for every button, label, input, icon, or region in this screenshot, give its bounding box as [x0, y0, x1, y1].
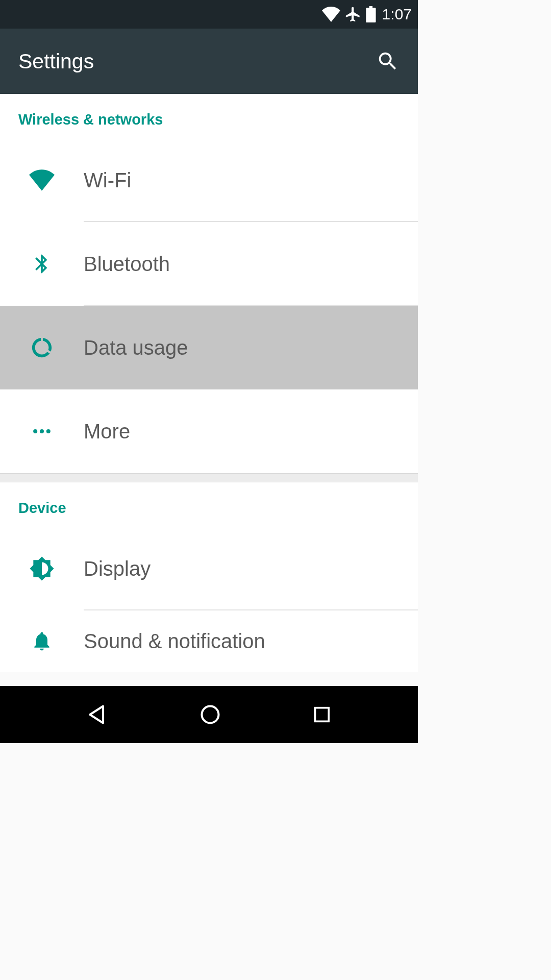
- recent-square-icon: [312, 704, 332, 725]
- airplane-mode-icon: [344, 6, 362, 23]
- settings-item-label: Data usage: [84, 336, 188, 359]
- nav-back-button[interactable]: [86, 703, 109, 726]
- wifi-icon: [0, 169, 84, 191]
- svg-point-1: [40, 429, 44, 433]
- bluetooth-icon: [0, 253, 84, 275]
- search-icon: [376, 50, 399, 73]
- page-title: Settings: [18, 50, 94, 74]
- bell-icon: [0, 630, 84, 652]
- settings-item-label: Bluetooth: [84, 253, 170, 276]
- data-usage-icon: [0, 336, 84, 359]
- brightness-icon: [0, 556, 84, 581]
- home-circle-icon: [199, 703, 221, 726]
- section-header-device: Device: [0, 482, 418, 527]
- svg-point-3: [202, 706, 218, 723]
- settings-item-label: Wi-Fi: [84, 169, 131, 192]
- navigation-bar: [0, 686, 418, 743]
- back-triangle-icon: [86, 703, 109, 726]
- settings-item-sound[interactable]: Sound & notification: [0, 610, 418, 672]
- settings-list[interactable]: Wireless & networks Wi-Fi Bluetooth Data…: [0, 94, 418, 672]
- settings-item-data-usage[interactable]: Data usage: [0, 306, 418, 389]
- settings-item-label: Sound & notification: [84, 630, 265, 653]
- nav-home-button[interactable]: [199, 703, 221, 726]
- settings-item-wifi[interactable]: Wi-Fi: [0, 138, 418, 222]
- more-horizontal-icon: [0, 420, 84, 443]
- wifi-status-icon: [322, 7, 340, 22]
- svg-rect-4: [315, 708, 329, 722]
- settings-item-label: More: [84, 420, 130, 443]
- svg-point-2: [46, 429, 51, 433]
- settings-item-more[interactable]: More: [0, 389, 418, 473]
- settings-item-display[interactable]: Display: [0, 527, 418, 610]
- app-bar: Settings: [0, 29, 418, 94]
- search-button[interactable]: [376, 50, 399, 73]
- section-divider: [0, 473, 418, 482]
- status-bar: 1:07: [0, 0, 418, 29]
- battery-icon: [366, 6, 376, 22]
- section-header-wireless: Wireless & networks: [0, 94, 418, 138]
- settings-item-label: Display: [84, 557, 151, 580]
- settings-item-bluetooth[interactable]: Bluetooth: [0, 222, 418, 306]
- status-time: 1:07: [382, 6, 412, 23]
- nav-recent-button[interactable]: [312, 704, 332, 725]
- svg-point-0: [33, 429, 37, 433]
